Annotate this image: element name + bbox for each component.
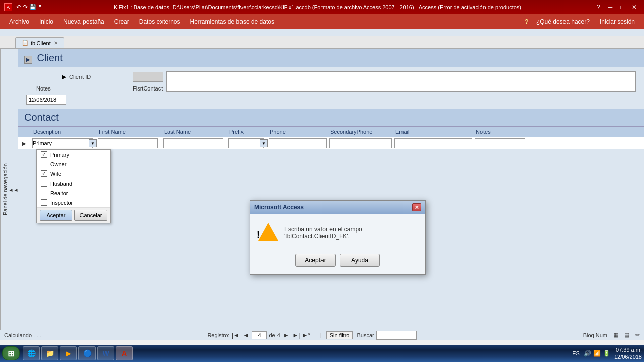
menu-nueva-pestana[interactable]: Nueva pestaña (58, 16, 109, 27)
form-area: ▶ Client ▶ Client ID Notes FisrtContact … (18, 49, 644, 330)
nav-separator: | (320, 332, 322, 338)
view-design-icon[interactable]: ✏ (635, 332, 640, 338)
nav-next-btn[interactable]: ► (282, 331, 290, 339)
modal-close-btn[interactable]: ✕ (412, 203, 421, 211)
record-label: Registro: (207, 332, 229, 338)
taskbar-date: 12/06/2018 (614, 353, 642, 360)
taskbar-access-icon[interactable]: A (116, 346, 133, 360)
redo-btn[interactable]: ↷ (23, 4, 28, 11)
no-filter-btn[interactable]: Sin filtro (326, 331, 353, 339)
record-total: 4 (277, 332, 280, 338)
tab-close[interactable]: ✕ (54, 40, 58, 46)
menu-crear[interactable]: Crear (109, 16, 134, 27)
status-bar: Calculando . . . Registro: |◄ ◄ de 4 ► ►… (0, 330, 644, 340)
taskbar-explorer-icon[interactable]: 📁 (41, 346, 58, 360)
tab-label: tblClient (31, 40, 51, 46)
help-btn[interactable]: ? (593, 2, 604, 12)
quick-access-toolbar: ↶ ↷ 💾 ▼ (16, 4, 42, 11)
modal-message: Escriba un valor en el campo 'tblContact… (284, 222, 417, 240)
taskbar-clock[interactable]: 07:39 a.m. 12/06/2018 (614, 346, 642, 361)
battery-icon: 🔋 (603, 350, 610, 357)
start-button[interactable]: ⊞ (2, 346, 20, 360)
help-text[interactable]: ¿Qué desea hacer? (531, 16, 595, 27)
login-btn[interactable]: Iniciar sesión (595, 16, 640, 27)
modal-titlebar: Microsoft Access ✕ (250, 201, 425, 214)
access-icon: A (4, 3, 12, 11)
search-label: Buscar (357, 332, 374, 338)
taskbar: ⊞ 🌐 📁 ▶ 🔵 W A ES 🔊 📶 🔋 07:39 a.m. 12/06/… (0, 345, 644, 362)
tab-icon: 📋 (22, 40, 29, 46)
taskbar-right: ES 🔊 📶 🔋 07:39 a.m. 12/06/2018 (572, 346, 642, 361)
modal-dialog: Microsoft Access ✕ ! Escriba un valor en… (250, 200, 426, 275)
menu-archivo[interactable]: Archivo (4, 16, 34, 27)
menu-bar: Archivo Inicio Nueva pestaña Crear Datos… (0, 14, 644, 29)
modal-accept-btn[interactable]: Aceptar (295, 254, 336, 267)
calculating-text: Calculando . . . (4, 332, 41, 338)
ribbon (0, 29, 644, 36)
network-icon[interactable]: 📶 (593, 350, 601, 357)
nav-panel[interactable]: Panel de navegación (0, 49, 9, 330)
menu-datos-externos[interactable]: Datos externos (134, 16, 185, 27)
taskbar-ie-icon[interactable]: 🌐 (23, 346, 40, 360)
speaker-icon[interactable]: 🔊 (584, 350, 591, 357)
title-bar: A ↶ ↷ 💾 ▼ KiFix1 : Base de datos- D:\Use… (0, 0, 644, 14)
taskbar-lang: ES (572, 350, 580, 356)
nav-first-btn[interactable]: |◄ (231, 331, 239, 339)
modal-buttons: Aceptar Ayuda (250, 250, 425, 274)
minimize-btn[interactable]: ─ (605, 2, 616, 12)
close-btn[interactable]: ✕ (629, 2, 640, 12)
nav-collapse-btn[interactable]: ◄◄ (9, 49, 18, 330)
title-bar-left: A ↶ ↷ 💾 ▼ (4, 3, 42, 11)
taskbar-chrome-icon[interactable]: 🔵 (78, 346, 96, 360)
main-area: Panel de navegación ◄◄ ▶ Client ▶ Client… (0, 49, 644, 330)
search-input[interactable] (376, 331, 417, 340)
modal-body: ! Escriba un valor en el campo 'tblConta… (250, 214, 425, 250)
taskbar-apps: 🌐 📁 ▶ 🔵 W A (23, 346, 133, 360)
start-windows-icon: ⊞ (8, 349, 14, 358)
taskbar-media-icon[interactable]: ▶ (60, 346, 77, 360)
record-current-input[interactable] (252, 331, 267, 339)
tab-tblclient[interactable]: 📋 tblClient ✕ (15, 37, 64, 48)
nav-new-btn[interactable]: ►* (302, 331, 310, 339)
record-of: de (269, 332, 275, 338)
dropdown-arrow[interactable]: ▼ (38, 4, 42, 11)
nav-last-btn[interactable]: ►| (292, 331, 300, 339)
menu-herramientas[interactable]: Herramientas de base de datos (185, 16, 279, 27)
view-layout-icon[interactable]: ▤ (624, 332, 629, 338)
window-controls: ? ─ □ ✕ (593, 2, 640, 12)
menu-inicio[interactable]: Inicio (34, 16, 58, 27)
modal-help-btn[interactable]: Ayuda (340, 254, 380, 267)
help-question-icon: ? (525, 18, 528, 25)
record-nav: Registro: |◄ ◄ de 4 ► ►| ►* (207, 331, 310, 339)
modal-title: Microsoft Access (254, 204, 304, 211)
nav-panel-label: Panel de navegación (2, 164, 8, 216)
bloq-num: Bloq Num (583, 332, 607, 338)
undo-btn[interactable]: ↶ (16, 4, 21, 11)
taskbar-sys-icons: 🔊 📶 🔋 (584, 350, 610, 357)
status-right: Bloq Num ▦ ▤ ✏ (583, 332, 640, 338)
taskbar-time: 07:39 a.m. (614, 346, 642, 353)
restore-btn[interactable]: □ (617, 2, 628, 12)
warning-icon: ! (258, 222, 278, 242)
modal-overlay: Microsoft Access ✕ ! Escriba un valor en… (18, 49, 644, 330)
save-btn[interactable]: 💾 (29, 4, 36, 11)
title-bar-title: KiFix1 : Base de datos- D:\Users\Pilar\D… (42, 4, 593, 10)
tab-bar: 📋 tblClient ✕ (0, 36, 644, 49)
nav-prev-btn[interactable]: ◄ (242, 331, 250, 339)
view-normal-icon[interactable]: ▦ (613, 332, 618, 338)
taskbar-word-icon[interactable]: W (97, 346, 114, 360)
